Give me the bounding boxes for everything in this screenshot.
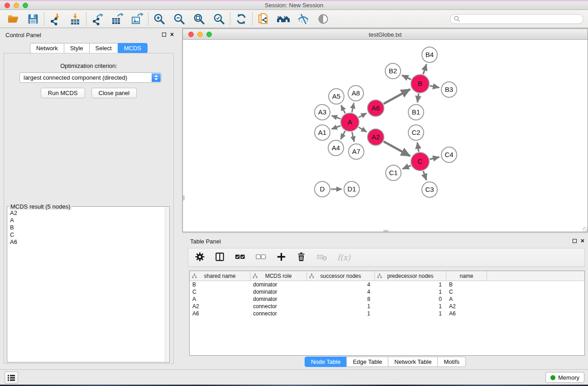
table-cell[interactable]: 4 xyxy=(307,288,375,295)
table-cell[interactable]: 1 xyxy=(375,288,446,295)
select-all-checkboxes-icon[interactable] xyxy=(234,252,246,264)
mcds-result-item[interactable]: A xyxy=(8,217,164,224)
criterion-dropdown[interactable]: largest connected component (directed) xyxy=(19,72,162,83)
refresh-icon[interactable] xyxy=(234,11,249,27)
table-cell[interactable]: B xyxy=(190,281,250,288)
close-table-panel-icon[interactable]: × xyxy=(581,238,584,243)
table-cell[interactable]: C xyxy=(446,288,487,295)
table-row[interactable]: A6connector11A6 xyxy=(190,310,584,317)
tab-node-table[interactable]: Node Table xyxy=(305,357,347,367)
double-home-icon[interactable] xyxy=(276,11,291,27)
gear-icon[interactable] xyxy=(195,252,205,264)
frame-edge-grip[interactable] xyxy=(183,195,185,200)
node-C2[interactable]: C2 xyxy=(408,125,424,140)
table-delete-icon[interactable] xyxy=(316,252,328,264)
edge-C-C4[interactable] xyxy=(430,157,439,159)
mcds-result-item[interactable]: A6 xyxy=(8,238,164,246)
node-A[interactable]: A xyxy=(341,113,359,131)
table-cell[interactable]: 1 xyxy=(375,281,446,288)
table-cell[interactable]: A2 xyxy=(190,303,250,310)
zoom-selected-icon[interactable] xyxy=(211,11,227,27)
edge-B-B1[interactable] xyxy=(417,94,419,102)
edge-C-C1[interactable] xyxy=(402,166,411,169)
export-network-icon[interactable] xyxy=(90,11,105,27)
edge-A6-B[interactable] xyxy=(384,89,411,104)
edge-A-A5[interactable] xyxy=(341,105,345,113)
table-cell[interactable]: A2 xyxy=(446,303,487,310)
edge-A-A6[interactable] xyxy=(359,113,366,118)
zoom-out-icon[interactable] xyxy=(172,11,187,27)
mcds-result-item[interactable]: A2 xyxy=(8,210,164,217)
node-C1[interactable]: C1 xyxy=(386,165,401,181)
table-cell[interactable]: 4 xyxy=(307,281,375,288)
eye-slash-icon[interactable] xyxy=(296,11,311,27)
table-cell[interactable]: dominator xyxy=(250,295,307,303)
zoom-fit-icon[interactable] xyxy=(191,11,207,27)
node-A2[interactable]: A2 xyxy=(368,129,384,145)
table-cell[interactable]: A6 xyxy=(446,310,487,317)
search-input[interactable] xyxy=(463,16,583,22)
tab-network-table[interactable]: Network Table xyxy=(388,357,438,367)
table-row[interactable]: Adominator80A xyxy=(190,295,584,303)
mcds-result-item[interactable]: B xyxy=(8,224,164,231)
frame-resize-grip[interactable] xyxy=(583,227,588,232)
node-A1[interactable]: A1 xyxy=(315,125,330,140)
node-D[interactable]: D xyxy=(315,181,330,197)
float-panel-icon[interactable] xyxy=(162,33,166,37)
mcds-result-list[interactable]: A2ABCA6 xyxy=(8,210,164,361)
node-A3[interactable]: A3 xyxy=(315,105,330,120)
node-A8[interactable]: A8 xyxy=(348,86,363,101)
document-network-icon[interactable] xyxy=(256,11,271,27)
float-table-panel-icon[interactable] xyxy=(573,239,577,243)
column-header-shared-name[interactable]: shared name xyxy=(190,271,250,281)
column-header-name[interactable]: name xyxy=(446,271,487,281)
node-C3[interactable]: C3 xyxy=(422,182,437,197)
table-cell[interactable]: C xyxy=(190,288,250,295)
edge-A-A4[interactable] xyxy=(341,131,345,139)
edge-C-C2[interactable] xyxy=(417,143,419,152)
node-B1[interactable]: B1 xyxy=(408,105,424,120)
column-header-successor-nodes[interactable]: successor nodes xyxy=(307,271,375,281)
frame-edge-grip[interactable] xyxy=(383,230,388,232)
edge-A-A7[interactable] xyxy=(352,132,354,142)
node-B[interactable]: B xyxy=(411,75,429,93)
node-C[interactable]: C xyxy=(411,152,429,171)
trash-icon[interactable] xyxy=(296,252,306,264)
open-folder-icon[interactable] xyxy=(5,11,21,27)
node-B4[interactable]: B4 xyxy=(422,47,437,62)
edge-B-B4[interactable] xyxy=(423,64,426,74)
deselect-all-checkboxes-icon[interactable] xyxy=(255,252,267,264)
import-table-icon[interactable] xyxy=(67,11,83,27)
network-window-titlebar[interactable]: testGlobe.txt xyxy=(183,29,588,40)
edge-C-C3[interactable] xyxy=(423,171,426,180)
table-cell[interactable]: A xyxy=(446,295,487,303)
tab-mcds[interactable]: MCDS xyxy=(118,43,148,53)
table-cell[interactable]: 1 xyxy=(375,310,446,317)
table-cell[interactable]: dominator xyxy=(250,288,307,295)
node-D1[interactable]: D1 xyxy=(344,181,359,197)
table-cell[interactable]: dominator xyxy=(250,281,307,288)
import-network-icon[interactable] xyxy=(48,11,63,27)
table-cell[interactable]: 0 xyxy=(375,295,446,303)
table-row[interactable]: A2connector11A2 xyxy=(190,303,584,310)
edge-A-A1[interactable] xyxy=(332,126,341,129)
edge-A2-C[interactable] xyxy=(384,142,411,156)
edge-A-A8[interactable] xyxy=(352,103,354,113)
node-B2[interactable]: B2 xyxy=(385,63,401,79)
result-list-scrollbar[interactable] xyxy=(165,207,169,362)
node-C4[interactable]: C4 xyxy=(441,147,457,162)
table-row[interactable]: Cdominator41C xyxy=(190,288,584,295)
node-A6[interactable]: A6 xyxy=(368,100,384,116)
node-B3[interactable]: B3 xyxy=(441,82,457,97)
table-cell[interactable]: 1 xyxy=(307,310,375,317)
close-panel-button[interactable]: Close panel xyxy=(91,88,137,98)
table-cell[interactable]: connector xyxy=(250,303,307,310)
network-graph[interactable]: AA1A2A3A4A5A6A7A8BB1B2B3B4CC1C2C3C4DD1 xyxy=(183,40,588,232)
export-image-icon[interactable] xyxy=(129,11,145,27)
export-table-icon[interactable] xyxy=(110,11,125,27)
table-cell[interactable]: 8 xyxy=(307,295,375,303)
tab-edge-table[interactable]: Edge Table xyxy=(346,357,388,367)
column-header-MCDS-role[interactable]: MCDS role xyxy=(250,271,307,281)
table-cell[interactable]: A6 xyxy=(190,310,250,317)
mcds-result-item[interactable]: C xyxy=(8,231,164,238)
